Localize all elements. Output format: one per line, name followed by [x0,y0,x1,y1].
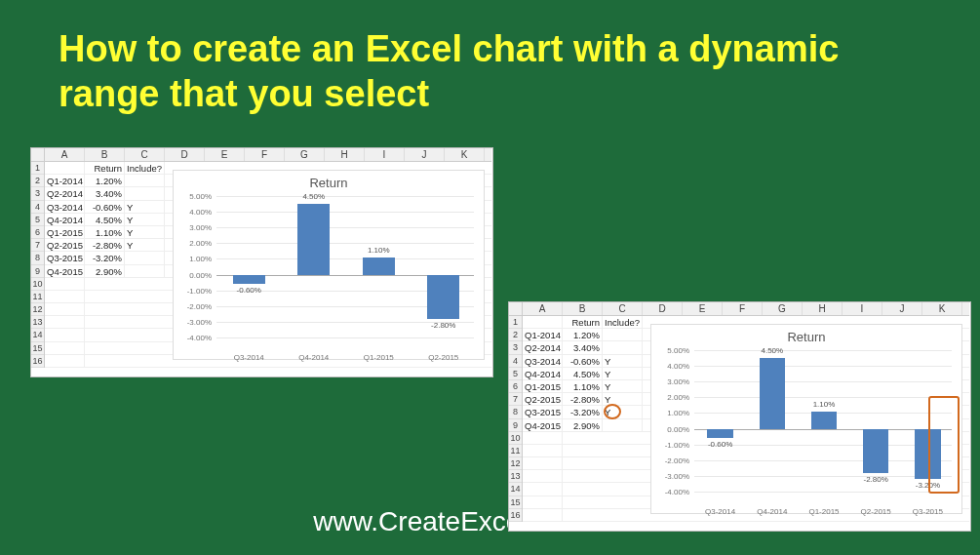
cell[interactable]: -0.60% [85,201,125,213]
row-header[interactable]: 7 [509,393,522,406]
col-header[interactable]: I [843,302,882,315]
row-header[interactable]: 4 [509,355,522,368]
cell[interactable]: 4.50% [563,368,603,379]
row-header[interactable]: 13 [31,316,44,329]
cell[interactable]: -0.60% [563,355,603,367]
cell[interactable]: Q3-2014 [523,355,563,367]
row-header[interactable]: 15 [31,342,44,355]
cell[interactable] [45,316,85,328]
row-header[interactable]: 2 [31,175,44,187]
row-header[interactable]: 9 [509,419,522,432]
row-header[interactable]: 6 [31,226,44,239]
col-header[interactable]: J [405,148,445,161]
cell[interactable]: Y [125,201,165,213]
cell[interactable]: Include? [603,316,643,328]
cell[interactable]: Return [85,162,125,174]
cell[interactable]: Q1-2015 [45,226,85,238]
row-header[interactable]: 16 [31,355,44,368]
cell[interactable] [523,432,563,444]
row-header[interactable]: 11 [31,291,44,303]
cell[interactable] [45,355,85,367]
col-header[interactable]: D [643,302,683,315]
col-header[interactable]: A [523,302,563,315]
cell[interactable] [603,419,643,431]
cell[interactable]: Q4-2015 [523,419,563,431]
cell[interactable] [125,252,165,263]
cell[interactable] [45,278,85,290]
col-header[interactable]: C [603,302,643,315]
row-header[interactable]: 14 [31,329,44,341]
cell[interactable]: Q3-2015 [523,406,563,417]
cell[interactable] [45,291,85,302]
col-header[interactable]: B [85,148,125,161]
cell[interactable] [523,509,563,521]
cell[interactable]: Y [125,226,165,238]
row-header[interactable]: 9 [31,265,44,278]
cell[interactable] [523,445,563,456]
col-header[interactable]: E [683,302,723,315]
col-header[interactable]: K [922,302,962,315]
cell[interactable]: Y [603,368,643,379]
cell[interactable]: Q2-2014 [45,187,85,199]
col-header[interactable]: G [763,302,803,315]
cell[interactable]: Q1-2014 [523,329,563,340]
row-header[interactable]: 5 [509,368,522,380]
cell[interactable] [603,329,643,340]
cell[interactable] [523,496,563,508]
cell[interactable]: Q3-2014 [45,201,85,213]
col-header[interactable]: K [445,148,485,161]
col-header[interactable]: F [245,148,285,161]
cell[interactable] [45,342,85,354]
cell[interactable] [523,470,563,482]
cell[interactable] [125,265,165,277]
row-header[interactable]: 2 [509,329,522,341]
cell[interactable]: 1.20% [563,329,603,340]
cell[interactable]: 1.10% [85,226,125,238]
cell[interactable]: -3.20% [85,252,125,263]
row-header[interactable]: 11 [509,445,522,457]
cell[interactable]: Q1-2015 [523,380,563,392]
col-header[interactable]: J [882,302,922,315]
col-header[interactable]: C [125,148,165,161]
cell[interactable]: Q2-2015 [523,393,563,405]
cell[interactable]: Q4-2014 [523,368,563,379]
cell[interactable]: Return [563,316,603,328]
row-header[interactable]: 3 [31,187,44,200]
row-header[interactable]: 14 [509,483,522,496]
cell[interactable]: Q2-2014 [523,341,563,353]
row-header[interactable]: 8 [509,406,522,418]
col-header[interactable]: H [803,302,843,315]
row-header[interactable]: 12 [31,303,44,316]
col-header[interactable]: G [285,148,325,161]
cell[interactable]: 4.50% [85,214,125,225]
cell[interactable]: Y [603,380,643,392]
row-header[interactable]: 10 [31,278,44,291]
cell[interactable]: 2.90% [85,265,125,277]
cell[interactable]: Q1-2014 [45,175,85,186]
cell[interactable]: -2.80% [563,393,603,405]
cell[interactable] [45,303,85,315]
chart-right[interactable]: Return 5.00%4.00%3.00%2.00%1.00%0.00%-1.… [650,324,962,514]
row-header[interactable]: 1 [509,316,522,329]
cell[interactable]: -3.20% [563,406,603,417]
col-header[interactable]: B [563,302,603,315]
row-header[interactable]: 8 [31,252,44,264]
cell[interactable]: Q4-2014 [45,214,85,225]
row-header[interactable]: 1 [31,162,44,175]
cell[interactable]: Q2-2015 [45,239,85,251]
cell[interactable] [523,457,563,469]
cell[interactable] [523,483,563,495]
cell[interactable]: 3.40% [85,187,125,199]
col-header[interactable]: A [45,148,85,161]
cell[interactable]: Y [125,214,165,225]
cell[interactable]: -2.80% [85,239,125,251]
cell[interactable]: Q3-2015 [45,252,85,263]
cell[interactable]: 2.90% [563,419,603,431]
row-header[interactable]: 4 [31,201,44,214]
row-header[interactable]: 3 [509,341,522,354]
chart-left[interactable]: Return 5.00%4.00%3.00%2.00%1.00%0.00%-1.… [173,170,485,360]
cell[interactable] [125,187,165,199]
row-header[interactable]: 12 [509,457,522,470]
cell[interactable]: Y [603,355,643,367]
cell[interactable]: 1.20% [85,175,125,186]
